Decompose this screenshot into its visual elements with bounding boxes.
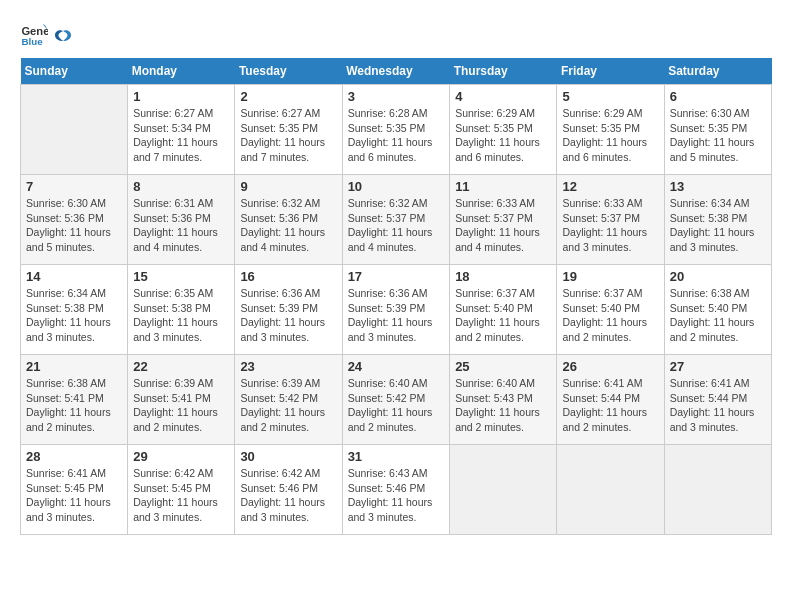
day-number: 23 [240, 359, 336, 374]
day-info: Sunrise: 6:32 AMSunset: 5:37 PMDaylight:… [348, 196, 445, 255]
day-number: 27 [670, 359, 766, 374]
day-number: 21 [26, 359, 122, 374]
day-number: 14 [26, 269, 122, 284]
day-number: 31 [348, 449, 445, 464]
day-number: 5 [562, 89, 658, 104]
calendar-cell: 18Sunrise: 6:37 AMSunset: 5:40 PMDayligh… [450, 265, 557, 355]
calendar-cell: 29Sunrise: 6:42 AMSunset: 5:45 PMDayligh… [128, 445, 235, 535]
day-number: 29 [133, 449, 229, 464]
day-number: 18 [455, 269, 551, 284]
day-info: Sunrise: 6:41 AMSunset: 5:44 PMDaylight:… [670, 376, 766, 435]
calendar-cell: 16Sunrise: 6:36 AMSunset: 5:39 PMDayligh… [235, 265, 342, 355]
day-info: Sunrise: 6:33 AMSunset: 5:37 PMDaylight:… [455, 196, 551, 255]
day-info: Sunrise: 6:39 AMSunset: 5:41 PMDaylight:… [133, 376, 229, 435]
calendar-cell: 23Sunrise: 6:39 AMSunset: 5:42 PMDayligh… [235, 355, 342, 445]
day-info: Sunrise: 6:31 AMSunset: 5:36 PMDaylight:… [133, 196, 229, 255]
calendar-cell: 1Sunrise: 6:27 AMSunset: 5:34 PMDaylight… [128, 85, 235, 175]
calendar-cell: 24Sunrise: 6:40 AMSunset: 5:42 PMDayligh… [342, 355, 450, 445]
calendar-cell: 19Sunrise: 6:37 AMSunset: 5:40 PMDayligh… [557, 265, 664, 355]
calendar-header-row: SundayMondayTuesdayWednesdayThursdayFrid… [21, 58, 772, 85]
day-info: Sunrise: 6:40 AMSunset: 5:43 PMDaylight:… [455, 376, 551, 435]
header-tuesday: Tuesday [235, 58, 342, 85]
calendar-cell: 14Sunrise: 6:34 AMSunset: 5:38 PMDayligh… [21, 265, 128, 355]
day-number: 2 [240, 89, 336, 104]
calendar-cell: 28Sunrise: 6:41 AMSunset: 5:45 PMDayligh… [21, 445, 128, 535]
day-number: 30 [240, 449, 336, 464]
day-info: Sunrise: 6:34 AMSunset: 5:38 PMDaylight:… [26, 286, 122, 345]
calendar-week-row: 14Sunrise: 6:34 AMSunset: 5:38 PMDayligh… [21, 265, 772, 355]
calendar-week-row: 1Sunrise: 6:27 AMSunset: 5:34 PMDaylight… [21, 85, 772, 175]
calendar-cell: 30Sunrise: 6:42 AMSunset: 5:46 PMDayligh… [235, 445, 342, 535]
day-info: Sunrise: 6:42 AMSunset: 5:46 PMDaylight:… [240, 466, 336, 525]
day-number: 16 [240, 269, 336, 284]
logo-icon: General Blue [20, 20, 48, 48]
day-info: Sunrise: 6:29 AMSunset: 5:35 PMDaylight:… [562, 106, 658, 165]
day-info: Sunrise: 6:38 AMSunset: 5:40 PMDaylight:… [670, 286, 766, 345]
calendar-cell: 22Sunrise: 6:39 AMSunset: 5:41 PMDayligh… [128, 355, 235, 445]
calendar-week-row: 7Sunrise: 6:30 AMSunset: 5:36 PMDaylight… [21, 175, 772, 265]
logo-bird-icon [54, 29, 72, 43]
day-number: 1 [133, 89, 229, 104]
day-number: 26 [562, 359, 658, 374]
calendar-cell: 7Sunrise: 6:30 AMSunset: 5:36 PMDaylight… [21, 175, 128, 265]
calendar-cell: 13Sunrise: 6:34 AMSunset: 5:38 PMDayligh… [664, 175, 771, 265]
day-number: 25 [455, 359, 551, 374]
day-info: Sunrise: 6:33 AMSunset: 5:37 PMDaylight:… [562, 196, 658, 255]
calendar-cell: 25Sunrise: 6:40 AMSunset: 5:43 PMDayligh… [450, 355, 557, 445]
day-number: 20 [670, 269, 766, 284]
logo: General Blue [20, 20, 72, 48]
day-number: 24 [348, 359, 445, 374]
header-thursday: Thursday [450, 58, 557, 85]
day-info: Sunrise: 6:34 AMSunset: 5:38 PMDaylight:… [670, 196, 766, 255]
day-info: Sunrise: 6:27 AMSunset: 5:34 PMDaylight:… [133, 106, 229, 165]
calendar-cell: 4Sunrise: 6:29 AMSunset: 5:35 PMDaylight… [450, 85, 557, 175]
day-info: Sunrise: 6:32 AMSunset: 5:36 PMDaylight:… [240, 196, 336, 255]
day-number: 9 [240, 179, 336, 194]
day-number: 6 [670, 89, 766, 104]
calendar-cell: 15Sunrise: 6:35 AMSunset: 5:38 PMDayligh… [128, 265, 235, 355]
calendar-cell: 17Sunrise: 6:36 AMSunset: 5:39 PMDayligh… [342, 265, 450, 355]
calendar-cell: 5Sunrise: 6:29 AMSunset: 5:35 PMDaylight… [557, 85, 664, 175]
calendar-cell [664, 445, 771, 535]
day-info: Sunrise: 6:30 AMSunset: 5:35 PMDaylight:… [670, 106, 766, 165]
header-monday: Monday [128, 58, 235, 85]
day-number: 11 [455, 179, 551, 194]
calendar-cell: 12Sunrise: 6:33 AMSunset: 5:37 PMDayligh… [557, 175, 664, 265]
header-wednesday: Wednesday [342, 58, 450, 85]
calendar-cell [557, 445, 664, 535]
day-info: Sunrise: 6:38 AMSunset: 5:41 PMDaylight:… [26, 376, 122, 435]
svg-text:Blue: Blue [21, 36, 43, 47]
day-info: Sunrise: 6:41 AMSunset: 5:44 PMDaylight:… [562, 376, 658, 435]
calendar-cell [21, 85, 128, 175]
day-info: Sunrise: 6:39 AMSunset: 5:42 PMDaylight:… [240, 376, 336, 435]
day-info: Sunrise: 6:36 AMSunset: 5:39 PMDaylight:… [240, 286, 336, 345]
day-info: Sunrise: 6:35 AMSunset: 5:38 PMDaylight:… [133, 286, 229, 345]
calendar-cell: 26Sunrise: 6:41 AMSunset: 5:44 PMDayligh… [557, 355, 664, 445]
header-saturday: Saturday [664, 58, 771, 85]
day-info: Sunrise: 6:36 AMSunset: 5:39 PMDaylight:… [348, 286, 445, 345]
day-info: Sunrise: 6:37 AMSunset: 5:40 PMDaylight:… [455, 286, 551, 345]
day-info: Sunrise: 6:29 AMSunset: 5:35 PMDaylight:… [455, 106, 551, 165]
calendar-cell: 3Sunrise: 6:28 AMSunset: 5:35 PMDaylight… [342, 85, 450, 175]
day-info: Sunrise: 6:42 AMSunset: 5:45 PMDaylight:… [133, 466, 229, 525]
calendar-cell: 9Sunrise: 6:32 AMSunset: 5:36 PMDaylight… [235, 175, 342, 265]
day-info: Sunrise: 6:43 AMSunset: 5:46 PMDaylight:… [348, 466, 445, 525]
day-number: 10 [348, 179, 445, 194]
day-number: 3 [348, 89, 445, 104]
calendar-cell: 6Sunrise: 6:30 AMSunset: 5:35 PMDaylight… [664, 85, 771, 175]
day-number: 28 [26, 449, 122, 464]
day-number: 13 [670, 179, 766, 194]
calendar-cell: 31Sunrise: 6:43 AMSunset: 5:46 PMDayligh… [342, 445, 450, 535]
day-number: 17 [348, 269, 445, 284]
header-friday: Friday [557, 58, 664, 85]
calendar-table: SundayMondayTuesdayWednesdayThursdayFrid… [20, 58, 772, 535]
day-number: 7 [26, 179, 122, 194]
calendar-cell: 20Sunrise: 6:38 AMSunset: 5:40 PMDayligh… [664, 265, 771, 355]
day-number: 19 [562, 269, 658, 284]
day-info: Sunrise: 6:28 AMSunset: 5:35 PMDaylight:… [348, 106, 445, 165]
calendar-cell: 11Sunrise: 6:33 AMSunset: 5:37 PMDayligh… [450, 175, 557, 265]
day-info: Sunrise: 6:40 AMSunset: 5:42 PMDaylight:… [348, 376, 445, 435]
day-number: 15 [133, 269, 229, 284]
header-sunday: Sunday [21, 58, 128, 85]
day-number: 4 [455, 89, 551, 104]
